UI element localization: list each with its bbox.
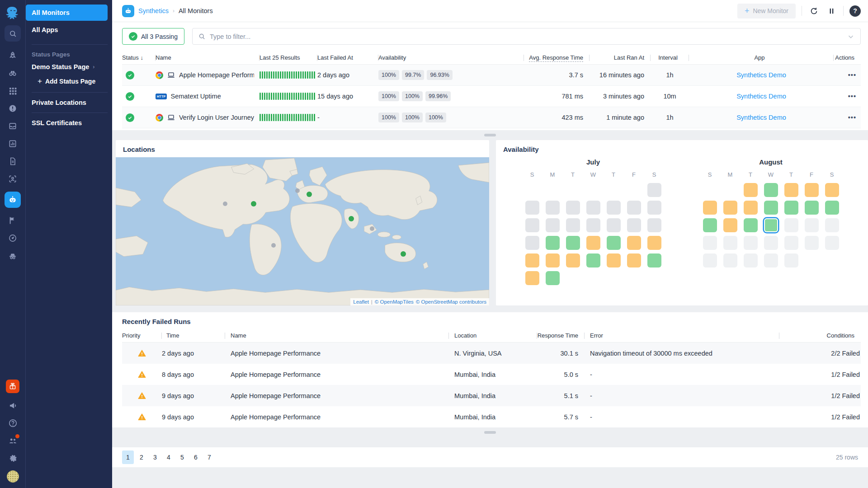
calendar-day-cell[interactable] xyxy=(566,253,580,267)
calendar-day-cell[interactable] xyxy=(627,236,641,250)
question-icon[interactable] xyxy=(7,418,18,428)
calendar-day-cell[interactable] xyxy=(703,253,717,267)
col-location[interactable]: Location xyxy=(449,332,537,339)
calendar-day-cell[interactable] xyxy=(525,236,539,250)
sidebar-item-private-locations[interactable]: Private Locations xyxy=(26,99,108,106)
calendar-day-cell[interactable] xyxy=(586,236,600,250)
calendar-day-cell[interactable] xyxy=(744,253,758,267)
calendar-day-cell[interactable] xyxy=(784,201,798,215)
gift-icon[interactable] xyxy=(6,380,19,393)
location-dot-san-francisco[interactable] xyxy=(223,202,227,206)
calendar-day-cell[interactable] xyxy=(546,236,560,250)
calendar-day-cell[interactable] xyxy=(744,236,758,250)
calendar-day-cell[interactable] xyxy=(723,218,737,232)
world-map[interactable]: Leaflet | © OpenMapTiles © OpenStreetMap… xyxy=(116,157,489,305)
calendar-day-cell[interactable] xyxy=(525,271,539,285)
gear-icon[interactable] xyxy=(7,453,18,464)
calendar-day-cell[interactable] xyxy=(607,201,621,215)
col-last25[interactable]: Last 25 Results xyxy=(259,54,317,61)
calendar-day-cell[interactable] xyxy=(784,218,798,232)
calendar-day-cell[interactable] xyxy=(784,253,798,267)
last-25-results-bars[interactable] xyxy=(259,71,317,79)
calendar-day-cell[interactable] xyxy=(546,253,560,267)
calendar-day-cell[interactable] xyxy=(723,236,737,250)
calendar-day-cell[interactable] xyxy=(586,253,600,267)
calendar-day-cell[interactable] xyxy=(744,183,758,197)
chart-icon[interactable] xyxy=(8,139,18,149)
all-passing-filter-button[interactable]: All 3 Passing xyxy=(122,28,184,45)
help-icon[interactable]: ? xyxy=(849,5,861,17)
failed-run-row[interactable]: 2 days agoApple Homepage PerformanceN. V… xyxy=(122,343,861,364)
filter-input[interactable] xyxy=(210,33,843,40)
monitor-name-cell[interactable]: Verify Login User Journey xyxy=(156,113,259,122)
calendar-day-cell[interactable] xyxy=(805,183,819,197)
monitor-name-cell[interactable]: HTTPSematext Uptime xyxy=(156,93,259,100)
col-last-ran[interactable]: Last Ran At xyxy=(590,54,651,61)
inbox-icon[interactable] xyxy=(8,121,18,131)
calendar-day-cell[interactable] xyxy=(825,201,839,215)
calendar-day-cell[interactable] xyxy=(703,236,717,250)
gauge-icon[interactable] xyxy=(8,233,18,243)
col-last-failed[interactable]: Last Failed At xyxy=(317,54,378,61)
synthetics-robot-icon[interactable] xyxy=(5,192,21,208)
calendar-day-cell[interactable] xyxy=(805,236,819,250)
last-25-results-bars[interactable] xyxy=(259,114,317,121)
calendar-day-cell[interactable] xyxy=(784,183,798,197)
avatar[interactable] xyxy=(7,470,19,483)
row-actions-menu[interactable]: ••• xyxy=(834,93,861,100)
calendar-day-cell[interactable] xyxy=(723,201,737,215)
calendar-day-cell[interactable] xyxy=(566,218,580,232)
rocket-icon[interactable] xyxy=(8,51,18,61)
alerts-icon[interactable] xyxy=(8,103,18,113)
monitor-row[interactable]: HTTPSematext Uptime15 days ago100%100%99… xyxy=(122,86,861,107)
calendar-day-cell[interactable] xyxy=(647,218,661,232)
calendar-day-cell[interactable] xyxy=(647,253,661,267)
sidebar-item-ssl-certificates[interactable]: SSL Certificates xyxy=(26,119,108,127)
page-button-5[interactable]: 5 xyxy=(176,450,188,464)
calendar-day-cell[interactable] xyxy=(647,183,661,197)
users-icon[interactable] xyxy=(7,435,18,446)
calendar-day-cell[interactable] xyxy=(525,253,539,267)
openmaptiles-link[interactable]: © OpenMapTiles xyxy=(375,299,414,305)
calendar-day-cell[interactable] xyxy=(744,201,758,215)
new-monitor-button[interactable]: + New Monitor xyxy=(737,4,796,19)
calendar-day-cell[interactable] xyxy=(607,236,621,250)
last-25-results-bars[interactable] xyxy=(259,93,317,100)
grid-icon[interactable] xyxy=(8,86,18,96)
calendar-day-cell[interactable] xyxy=(546,201,560,215)
col-name[interactable]: Name xyxy=(156,54,259,61)
calendar-day-cell[interactable] xyxy=(647,236,661,250)
sidebar-item-all-apps[interactable]: All Apps xyxy=(26,22,108,38)
experience-icon[interactable] xyxy=(8,174,18,184)
sidebar-item-all-monitors[interactable]: All Monitors xyxy=(26,5,108,21)
calendar-day-cell[interactable] xyxy=(607,253,621,267)
calendar-day-cell[interactable] xyxy=(546,271,560,285)
app-link[interactable]: Synthetics Demo xyxy=(689,93,834,100)
calendar-day-cell[interactable] xyxy=(525,218,539,232)
binoculars-icon[interactable] xyxy=(8,68,18,78)
calendar-day-cell[interactable] xyxy=(586,201,600,215)
calendar-day-cell[interactable] xyxy=(764,201,778,215)
col-status[interactable]: Status ↓ xyxy=(122,54,156,61)
calendar-day-cell[interactable] xyxy=(825,218,839,232)
calendar-day-cell[interactable] xyxy=(825,236,839,250)
calendar-day-cell[interactable] xyxy=(627,201,641,215)
calendar-day-cell[interactable] xyxy=(546,218,560,232)
page-button-2[interactable]: 2 xyxy=(136,450,147,464)
failed-run-row[interactable]: 9 days agoApple Homepage PerformanceMumb… xyxy=(122,406,861,427)
page-button-1[interactable]: 1 xyxy=(122,450,134,464)
col-availability[interactable]: Availability xyxy=(378,54,482,61)
page-button-3[interactable]: 3 xyxy=(149,450,161,464)
col-response-time[interactable]: Response Time xyxy=(537,332,585,339)
monitor-name-cell[interactable]: Apple Homepage Performance xyxy=(156,71,259,80)
leaflet-link[interactable]: Leaflet xyxy=(353,299,369,305)
col-name[interactable]: Name xyxy=(225,332,449,339)
app-link[interactable]: Synthetics Demo xyxy=(689,114,834,121)
calendar-day-cell[interactable] xyxy=(723,253,737,267)
search-icon[interactable] xyxy=(5,25,21,42)
page-button-7[interactable]: 7 xyxy=(203,450,215,464)
failed-run-row[interactable]: 8 days agoApple Homepage PerformanceMumb… xyxy=(122,364,861,385)
row-actions-menu[interactable]: ••• xyxy=(834,114,861,121)
col-interval[interactable]: Interval xyxy=(651,54,689,61)
location-dot-sydney[interactable] xyxy=(401,251,406,257)
